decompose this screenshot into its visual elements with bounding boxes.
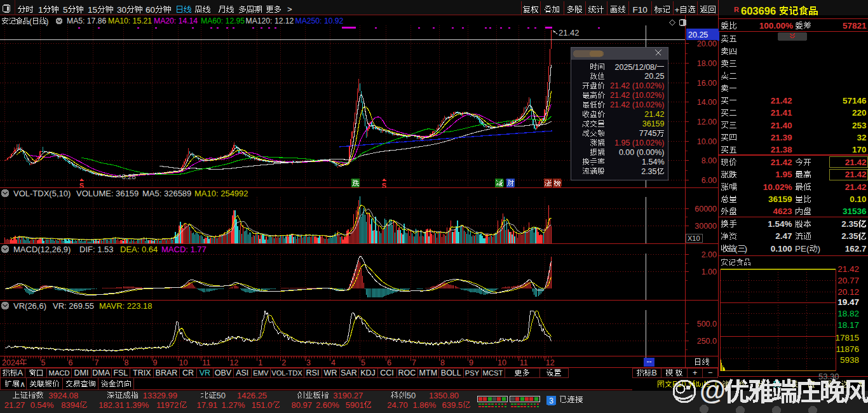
svg-text:MA20: 14.14: MA20: 14.14 bbox=[154, 17, 198, 25]
svg-text:220: 220 bbox=[852, 108, 867, 118]
svg-text:162.7: 162.7 bbox=[845, 244, 867, 254]
svg-text:21.42: 21.42 bbox=[559, 28, 580, 37]
svg-text:21.41: 21.41 bbox=[771, 108, 792, 118]
svg-text:14.00: 14.00 bbox=[697, 98, 717, 107]
svg-text:BRAR: BRAR bbox=[156, 369, 178, 377]
svg-text:MTM: MTM bbox=[419, 369, 437, 377]
svg-text:MAVR: 223.18: MAVR: 223.18 bbox=[99, 301, 153, 311]
svg-text:10.02%: 10.02% bbox=[763, 182, 792, 192]
svg-text:A: A bbox=[18, 369, 24, 377]
svg-text:21.42: 21.42 bbox=[771, 158, 792, 167]
svg-text:>: > bbox=[287, 4, 292, 14]
svg-text:@: @ bbox=[700, 376, 726, 405]
svg-text:182.31: 182.31 bbox=[98, 400, 124, 410]
svg-text:16.00: 16.00 bbox=[697, 79, 717, 88]
svg-text:32: 32 bbox=[857, 133, 866, 142]
svg-text:9: 9 bbox=[153, 358, 158, 367]
svg-text:11: 11 bbox=[202, 358, 210, 367]
svg-text:1.39%: 1.39% bbox=[126, 400, 149, 410]
svg-text:2024: 2024 bbox=[2, 358, 20, 367]
svg-text:21.42: 21.42 bbox=[837, 264, 859, 274]
svg-text:OBV: OBV bbox=[215, 369, 232, 377]
svg-text:∧: ∧ bbox=[20, 380, 25, 389]
svg-text:30000: 30000 bbox=[695, 222, 717, 231]
svg-text:36159: 36159 bbox=[768, 194, 792, 204]
svg-text:5938: 5938 bbox=[840, 355, 859, 365]
svg-text:7: 7 bbox=[412, 358, 416, 367]
svg-text:2025/12/08/: 2025/12/08/ bbox=[615, 63, 658, 72]
svg-text:4623: 4623 bbox=[773, 207, 792, 216]
svg-text:7: 7 bbox=[94, 358, 98, 367]
svg-text:VR: 269.55: VR: 269.55 bbox=[53, 301, 94, 311]
svg-text:MACD: 1.77: MACD: 1.77 bbox=[161, 245, 207, 254]
svg-text:12: 12 bbox=[229, 358, 238, 367]
svg-text:CR: CR bbox=[182, 369, 194, 377]
svg-text:100.00%: 100.00% bbox=[759, 21, 793, 30]
svg-text:20.00: 20.00 bbox=[697, 39, 717, 48]
svg-text:5: 5 bbox=[41, 358, 46, 367]
svg-text:): ) bbox=[745, 244, 748, 254]
svg-text:MA10: 15.21: MA10: 15.21 bbox=[108, 17, 152, 25]
svg-text:10.00: 10.00 bbox=[697, 137, 717, 146]
svg-text:8: 8 bbox=[125, 358, 129, 367]
svg-text:6.28: 6.28 bbox=[122, 173, 136, 180]
svg-text:12.00: 12.00 bbox=[697, 118, 717, 126]
svg-text:6: 6 bbox=[387, 358, 391, 367]
svg-text:PSY: PSY bbox=[465, 369, 480, 377]
svg-text:15: 15 bbox=[88, 5, 97, 15]
svg-text:MACD(12,26,9): MACD(12,26,9) bbox=[13, 245, 71, 254]
svg-text:BOLL: BOLL bbox=[441, 369, 461, 377]
svg-text:ASI: ASI bbox=[236, 369, 248, 377]
svg-text:30: 30 bbox=[117, 5, 126, 15]
svg-text:18.17: 18.17 bbox=[837, 320, 859, 330]
svg-text:8: 8 bbox=[440, 358, 445, 367]
svg-text:21.42: 21.42 bbox=[845, 182, 867, 192]
svg-text:60000: 60000 bbox=[695, 205, 717, 213]
svg-text:21.42 (10.02%): 21.42 (10.02%) bbox=[610, 91, 664, 100]
svg-text:SAR: SAR bbox=[341, 369, 357, 377]
svg-text:57821: 57821 bbox=[843, 21, 867, 30]
svg-text:0.54%: 0.54% bbox=[31, 400, 54, 410]
svg-text:VOL-TDX(5,10): VOL-TDX(5,10) bbox=[13, 189, 71, 198]
svg-text:F10: F10 bbox=[632, 5, 647, 15]
svg-text:21.42 (10.02%): 21.42 (10.02%) bbox=[610, 100, 664, 109]
svg-text:11876: 11876 bbox=[836, 344, 859, 354]
svg-text:20.12: 20.12 bbox=[837, 287, 859, 297]
svg-text:1: 1 bbox=[258, 358, 262, 367]
svg-text:MACD: MACD bbox=[49, 369, 70, 377]
svg-text:EMV: EMV bbox=[253, 369, 269, 377]
svg-text:): ) bbox=[818, 244, 821, 254]
svg-text:VR: VR bbox=[200, 369, 210, 377]
svg-text:MA120: 12.12: MA120: 12.12 bbox=[246, 17, 294, 25]
svg-text:24.70: 24.70 bbox=[387, 400, 408, 410]
svg-text:2.00: 2.00 bbox=[702, 250, 717, 259]
svg-text:2.35: 2.35 bbox=[841, 231, 858, 241]
svg-text:53.30: 53.30 bbox=[818, 372, 839, 381]
svg-text:MA10: 254992: MA10: 254992 bbox=[194, 189, 248, 198]
svg-text:21.42: 21.42 bbox=[771, 96, 792, 105]
svg-text:5901: 5901 bbox=[346, 400, 364, 410]
svg-text:0.10: 0.10 bbox=[850, 194, 866, 204]
svg-text:8394: 8394 bbox=[61, 400, 79, 410]
svg-text:603696: 603696 bbox=[741, 5, 776, 17]
svg-text:21.42: 21.42 bbox=[845, 158, 867, 167]
svg-text:X10: X10 bbox=[688, 234, 700, 242]
svg-text:18.82: 18.82 bbox=[837, 309, 859, 318]
svg-text:2: 2 bbox=[281, 358, 286, 367]
svg-text:0.100: 0.100 bbox=[771, 244, 792, 254]
svg-text:1.86%: 1.86% bbox=[412, 400, 436, 410]
svg-text:250.0: 250.0 bbox=[697, 337, 717, 346]
svg-text:21.42: 21.42 bbox=[644, 110, 664, 119]
svg-text:8.00: 8.00 bbox=[702, 156, 717, 165]
svg-text:21.42: 21.42 bbox=[845, 170, 867, 179]
svg-text:12: 12 bbox=[546, 358, 555, 367]
svg-text:PE(: PE( bbox=[795, 244, 810, 254]
svg-text:4: 4 bbox=[331, 358, 336, 367]
svg-text:): ) bbox=[46, 17, 48, 26]
svg-text:MA250: 10.92: MA250: 10.92 bbox=[295, 17, 344, 25]
svg-text:CCI: CCI bbox=[380, 369, 394, 377]
svg-text:2.60%: 2.60% bbox=[316, 400, 339, 410]
svg-text:3924.08: 3924.08 bbox=[48, 391, 78, 400]
svg-text:VOL-TDX: VOL-TDX bbox=[271, 369, 302, 377]
svg-text:DIF: 1.53: DIF: 1.53 bbox=[79, 245, 113, 254]
